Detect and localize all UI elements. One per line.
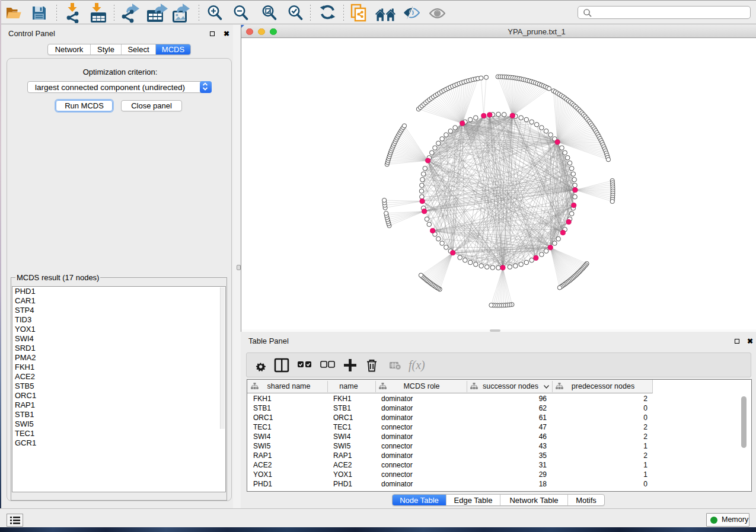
svg-text:f(x): f(x) xyxy=(409,358,425,372)
